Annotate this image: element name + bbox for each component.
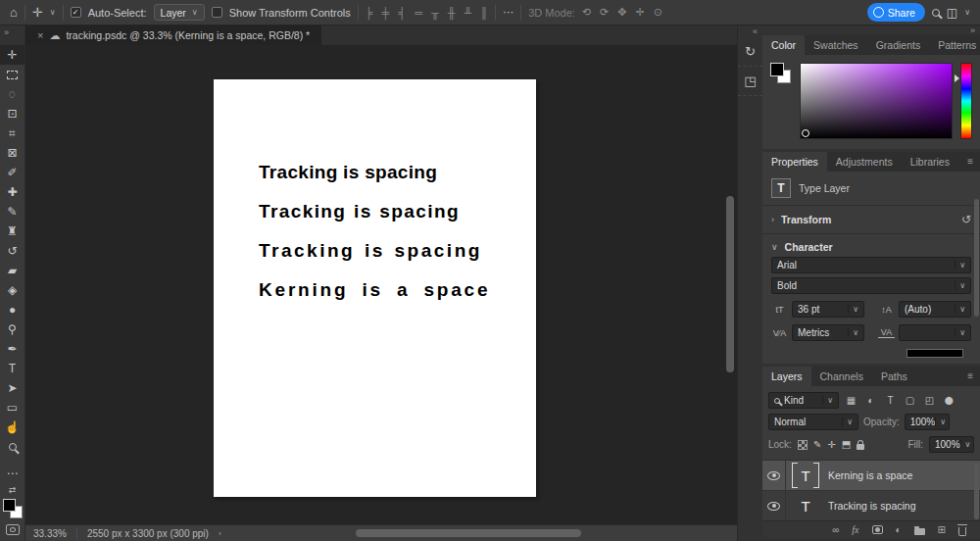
distribute-center-icon[interactable]: ╫ xyxy=(448,7,456,19)
show-transform-checkbox[interactable] xyxy=(212,7,222,18)
marquee-tool[interactable] xyxy=(0,65,24,84)
lock-move-icon[interactable]: ✛ xyxy=(827,439,835,450)
brush-tool[interactable]: ✎ xyxy=(0,202,24,221)
leading-select[interactable]: (Auto) ∨ xyxy=(899,301,971,318)
pen-tool[interactable]: ✒ xyxy=(0,339,24,359)
filter-pixel-layers-icon[interactable]: ▦ xyxy=(844,395,858,406)
auto-select-target-dropdown[interactable]: Layer ∨ xyxy=(154,4,205,21)
filter-shape-layers-icon[interactable]: ▢ xyxy=(903,395,917,406)
reset-transform-icon[interactable]: ↺ xyxy=(961,213,971,226)
lock-transparent-icon[interactable] xyxy=(798,440,808,450)
distribute-bottom-icon[interactable]: ╨ xyxy=(465,7,472,19)
roll-3d-icon[interactable]: ⟳ xyxy=(600,6,609,19)
align-left-icon[interactable]: ╞ xyxy=(366,7,373,19)
tab-properties[interactable]: Properties xyxy=(762,152,827,172)
slide-3d-icon[interactable]: ✛ xyxy=(636,6,645,19)
font-family-select[interactable]: Arial ∨ xyxy=(771,257,971,273)
move-tool[interactable]: ✛ xyxy=(0,45,24,65)
chevron-down-icon[interactable]: ∨ xyxy=(964,8,970,17)
eraser-tool[interactable]: ▰ xyxy=(0,261,24,280)
more-options-button[interactable]: ⋯ xyxy=(503,6,514,19)
swap-colors-icon[interactable]: ⇄ xyxy=(0,483,24,497)
zoom-level-field[interactable]: 33.33% xyxy=(33,528,67,539)
panel-menu-icon[interactable]: ≡ xyxy=(960,152,980,172)
lock-paint-icon[interactable]: ✎ xyxy=(813,439,821,450)
layers-scrollbar[interactable] xyxy=(974,463,979,519)
layer-thumbnail[interactable]: T xyxy=(791,463,820,488)
hand-tool[interactable]: ☝ xyxy=(0,418,24,437)
new-layer-icon[interactable]: ⊞ xyxy=(938,525,946,535)
tab-layers[interactable]: Layers xyxy=(762,367,811,386)
tab-color[interactable]: Color xyxy=(762,35,805,55)
history-panel-icon[interactable]: ↻ xyxy=(738,37,762,67)
filter-toggle-icon[interactable]: ⬤ xyxy=(942,396,956,405)
opacity-select[interactable]: 100% ∨ xyxy=(905,414,950,430)
layer-row-tracking-2[interactable]: T Tracking is spacing xyxy=(762,491,980,520)
properties-scrollbar[interactable] xyxy=(974,199,979,317)
font-style-select[interactable]: Bold ∨ xyxy=(771,277,971,294)
tab-gradients[interactable]: Gradients xyxy=(867,35,930,55)
blur-tool[interactable]: ● xyxy=(0,300,24,320)
zoom-tool[interactable] xyxy=(0,437,24,457)
hue-slider[interactable] xyxy=(960,63,972,139)
foreground-background-swatches[interactable] xyxy=(3,499,23,518)
collapse-panels-button[interactable]: « xyxy=(748,25,762,37)
expand-panels-button[interactable]: » xyxy=(762,25,980,35)
frame-tool[interactable]: ⊠ xyxy=(0,143,24,163)
pan-3d-icon[interactable]: ✥ xyxy=(617,6,626,19)
share-button[interactable]: Share xyxy=(867,3,925,22)
chevron-down-icon[interactable]: ∨ xyxy=(50,8,56,17)
kerning-select[interactable]: Metrics ∨ xyxy=(792,324,864,341)
status-chevron-icon[interactable]: › xyxy=(219,529,221,538)
delete-layer-icon[interactable] xyxy=(958,527,966,536)
align-center-icon[interactable]: ╪ xyxy=(382,7,390,19)
dodge-tool[interactable]: ⚲ xyxy=(0,320,24,339)
filter-smart-objects-icon[interactable]: ◰ xyxy=(922,395,937,406)
move-tool-icon[interactable]: ✛ xyxy=(32,6,43,19)
more-tools-button[interactable]: ⋯ xyxy=(0,464,24,483)
eyedropper-tool[interactable]: ✐ xyxy=(0,163,24,182)
tab-swatches[interactable]: Swatches xyxy=(805,35,867,55)
lasso-tool[interactable]: ◌ xyxy=(0,84,24,104)
panel-menu-icon[interactable]: ≡ xyxy=(960,367,980,386)
tab-channels[interactable]: Channels xyxy=(811,367,872,386)
character-section-header[interactable]: ∨ Character xyxy=(771,241,971,253)
foreground-color-swatch[interactable] xyxy=(3,499,16,512)
canvas-area[interactable]: Tracking is spacing Tracking is spacing … xyxy=(25,45,737,524)
saturation-brightness-field[interactable] xyxy=(800,63,953,139)
color-panel-swatches[interactable] xyxy=(770,63,792,84)
add-layer-mask-icon[interactable] xyxy=(872,525,883,534)
layer-effects-icon[interactable]: fx xyxy=(852,525,858,535)
blend-mode-select[interactable]: Normal ∨ xyxy=(768,414,858,430)
canvas-vertical-scrollbar[interactable] xyxy=(726,196,734,372)
auto-select-checkbox[interactable]: ✓ xyxy=(71,7,81,18)
filter-adjustment-layers-icon[interactable]: ◐ xyxy=(863,395,878,406)
type-tool[interactable]: T xyxy=(0,359,24,378)
align-middle-icon[interactable]: ═ xyxy=(415,7,422,19)
foreground-color-swatch[interactable] xyxy=(770,63,784,76)
tab-patterns[interactable]: Patterns xyxy=(929,35,980,55)
lock-all-icon[interactable] xyxy=(857,444,864,450)
lock-artboard-icon[interactable]: ⬒ xyxy=(842,439,851,450)
new-group-icon[interactable] xyxy=(914,528,925,535)
layer-filter-select[interactable]: Kind ∨ xyxy=(768,392,839,409)
healing-brush-tool[interactable]: ✚ xyxy=(0,182,24,202)
filter-type-layers-icon[interactable]: T xyxy=(883,395,898,406)
canvas-horizontal-scrollbar[interactable] xyxy=(356,529,581,537)
fill-select[interactable]: 100% ∨ xyxy=(929,436,974,453)
visibility-toggle[interactable] xyxy=(762,491,786,520)
document-tab[interactable]: × ☁ tracking.psdc @ 33.3% (Kerning is a … xyxy=(25,25,321,45)
object-selection-tool[interactable]: ⊡ xyxy=(0,104,24,123)
tab-libraries[interactable]: Libraries xyxy=(902,152,958,172)
3d-panel-icon[interactable]: ◳ xyxy=(738,67,762,96)
workspace-switcher-icon[interactable]: ◫ xyxy=(947,7,957,19)
search-icon[interactable] xyxy=(932,9,940,17)
orbit-3d-icon[interactable]: ⟲ xyxy=(582,6,591,19)
hue-slider-pointer[interactable] xyxy=(955,74,959,82)
align-right-icon[interactable]: ╡ xyxy=(398,7,406,19)
layer-name[interactable]: Tracking is spacing xyxy=(828,500,915,512)
path-selection-tool[interactable]: ➤ xyxy=(0,378,24,398)
layer-thumbnail[interactable]: T xyxy=(791,493,820,518)
screen-mode-button[interactable] xyxy=(6,524,20,535)
distribute-left-icon[interactable]: ║ xyxy=(480,7,488,19)
